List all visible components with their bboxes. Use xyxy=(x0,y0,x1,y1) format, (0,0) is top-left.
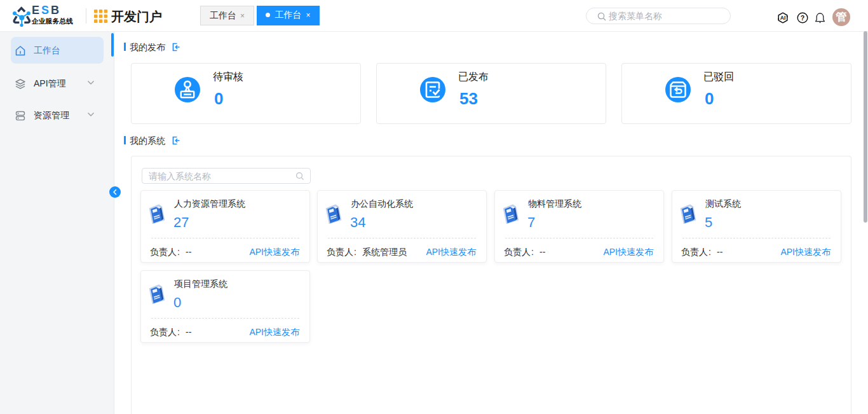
svg-text:AI: AI xyxy=(780,15,786,21)
svg-text:?: ? xyxy=(801,14,804,22)
